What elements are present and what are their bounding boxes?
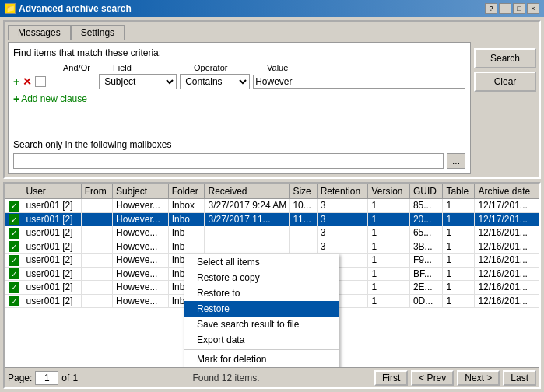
cell-version: 1: [368, 212, 409, 226]
cell-table: 1: [443, 240, 475, 254]
help-button[interactable]: ?: [485, 3, 497, 14]
cell-retention: 3: [317, 226, 368, 240]
close-button[interactable]: ×: [527, 3, 539, 14]
window-title: Advanced archive search: [19, 3, 132, 14]
col-retention[interactable]: Retention: [317, 184, 368, 199]
cell-received: [205, 240, 290, 254]
col-folder[interactable]: Folder: [168, 184, 205, 199]
row-check[interactable]: ✓: [5, 240, 23, 254]
context-save-result[interactable]: Save search result to file: [184, 317, 339, 332]
cell-guid: 20...: [409, 212, 442, 226]
mailbox-row: ...: [13, 153, 465, 169]
col-size[interactable]: Size: [290, 184, 317, 199]
cell-folder: Inbox: [168, 199, 205, 213]
cell-archive_date: 12/16/201...: [475, 267, 539, 281]
cell-guid: 85...: [409, 199, 442, 213]
search-area: Find items that match these criteria: An…: [8, 42, 471, 174]
find-label: Find items that match these criteria:: [13, 47, 465, 58]
cell-version: 1: [368, 226, 409, 240]
row-check[interactable]: ✓: [5, 254, 23, 268]
cell-received: [205, 226, 290, 240]
col-guid[interactable]: GUID: [409, 184, 442, 199]
cell-user: user001 [2]: [23, 267, 81, 281]
results-panel: User From Subject Folder Received Size R…: [3, 182, 541, 389]
prev-button[interactable]: < Prev: [411, 370, 454, 386]
row-check[interactable]: ✓: [5, 294, 23, 308]
table-row[interactable]: ✓user001 [2]However...Inbo3/27/2017 11..…: [5, 212, 539, 226]
cell-subject: Howeve...: [113, 281, 169, 295]
cell-table: 1: [443, 267, 475, 281]
context-restore[interactable]: Restore: [184, 301, 339, 317]
context-mark-deletion[interactable]: Mark for deletion: [184, 352, 339, 367]
cell-size: 10...: [290, 199, 317, 213]
row-check[interactable]: ✓: [5, 281, 23, 295]
total-pages: 1: [72, 373, 78, 383]
of-label: of: [61, 373, 69, 383]
add-clause-button[interactable]: + Add new clause: [13, 93, 465, 105]
context-export-data[interactable]: Export data: [184, 332, 339, 348]
cell-guid: F9...: [409, 254, 442, 268]
title-bar: 📁 Advanced archive search ? ─ □ ×: [0, 0, 544, 17]
next-button[interactable]: Next >: [457, 370, 500, 386]
col-subject[interactable]: Subject: [113, 184, 169, 199]
check-icon: ✓: [9, 268, 19, 279]
cell-table: 1: [443, 226, 475, 240]
col-from[interactable]: From: [81, 184, 112, 199]
row-check[interactable]: ✓: [5, 226, 23, 240]
check-icon: ✓: [9, 228, 19, 239]
browse-button[interactable]: ...: [447, 153, 465, 169]
cell-subject: Howeve...: [113, 254, 169, 268]
col-archive-date[interactable]: Archive date: [475, 184, 539, 199]
cell-version: 1: [368, 199, 409, 213]
context-restore-copy[interactable]: Restore a copy: [184, 270, 339, 285]
mailbox-label: Search only in the following mailboxes: [13, 139, 465, 150]
cell-archive_date: 12/16/201...: [475, 226, 539, 240]
row-check[interactable]: ✓: [5, 212, 23, 226]
tab-settings[interactable]: Settings: [71, 25, 125, 40]
search-button[interactable]: Search: [474, 48, 536, 68]
cell-version: 1: [368, 240, 409, 254]
first-button[interactable]: First: [374, 370, 408, 386]
table-row[interactable]: ✓user001 [2]Howeve...Inb313B...112/16/20…: [5, 240, 539, 254]
col-user[interactable]: User: [23, 184, 81, 199]
results-table-wrapper[interactable]: User From Subject Folder Received Size R…: [5, 184, 539, 367]
mailbox-input[interactable]: [13, 153, 444, 169]
row-check[interactable]: ✓: [5, 267, 23, 281]
page-input[interactable]: [35, 371, 58, 385]
criteria-checkbox[interactable]: [35, 76, 46, 87]
cell-table: 1: [443, 294, 475, 308]
cell-size: [290, 226, 317, 240]
table-row[interactable]: ✓user001 [2]Howeve...Inb3165...112/16/20…: [5, 226, 539, 240]
minimize-button[interactable]: ─: [499, 3, 511, 14]
field-select[interactable]: Subject From To Date Size: [99, 74, 177, 89]
cell-subject: However...: [113, 212, 169, 226]
header-operator: Operator: [194, 63, 264, 72]
page-label: Page:: [8, 373, 32, 383]
context-select-all[interactable]: Select all items: [184, 254, 339, 270]
check-icon: ✓: [9, 201, 19, 212]
cell-user: user001 [2]: [23, 254, 81, 268]
maximize-button[interactable]: □: [513, 3, 525, 14]
add-row-icon[interactable]: +: [13, 75, 19, 88]
right-buttons: Search Clear: [474, 25, 536, 174]
clear-button[interactable]: Clear: [474, 72, 536, 92]
header-field: Field: [113, 63, 191, 72]
col-table[interactable]: Table: [443, 184, 475, 199]
header-value: Value: [267, 63, 465, 72]
table-row[interactable]: ✓user001 [2]However...Inbox3/27/2017 9:2…: [5, 199, 539, 213]
col-version[interactable]: Version: [368, 184, 409, 199]
operator-select[interactable]: Contains Does not contain Equals Starts …: [180, 74, 250, 89]
cell-from: [81, 254, 112, 268]
value-input[interactable]: [253, 75, 465, 89]
cell-archive_date: 12/17/201...: [475, 212, 539, 226]
found-label: Found 12 items.: [192, 373, 259, 383]
context-restore-to[interactable]: Restore to: [184, 285, 339, 301]
cell-version: 1: [368, 254, 409, 268]
col-received[interactable]: Received: [205, 184, 290, 199]
tab-messages[interactable]: Messages: [8, 25, 71, 40]
row-check[interactable]: ✓: [5, 199, 23, 213]
cell-version: 1: [368, 281, 409, 295]
last-button[interactable]: Last: [503, 370, 536, 386]
cell-from: [81, 240, 112, 254]
remove-row-icon[interactable]: ✕: [23, 75, 32, 88]
